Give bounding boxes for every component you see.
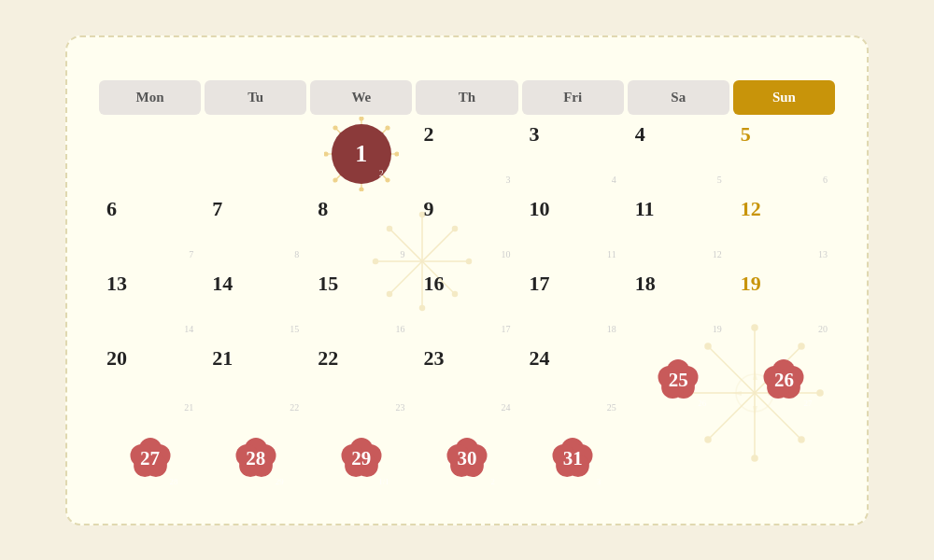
day-number: 29 <box>351 446 371 469</box>
svg-point-50 <box>386 126 389 130</box>
day-sub: 5 <box>717 175 722 185</box>
calendar-grid: MonTuWeThFriSaSun 1223344556677889910101… <box>97 78 837 497</box>
day-26-plum: 2627 <box>731 341 837 419</box>
day-number: 24 <box>530 348 550 369</box>
header-sa: Sa <box>628 80 729 115</box>
day-sub: 15 <box>290 324 299 334</box>
header-sun: Sun <box>733 80 835 115</box>
day-25-plum: 2526 <box>626 341 731 419</box>
day-number: 23 <box>423 348 444 369</box>
day-22: 2223 <box>308 341 414 419</box>
header-tu: Tu <box>205 80 306 115</box>
plum-flower: 2526 <box>646 348 710 412</box>
svg-point-48 <box>386 178 389 182</box>
plum-flower: 2627 <box>752 348 815 412</box>
day-number: 25 <box>669 368 688 391</box>
day-23: 2324 <box>414 341 519 419</box>
day-4: 45 <box>626 117 731 191</box>
svg-point-46 <box>333 126 337 130</box>
day-sub: 16 <box>395 324 404 334</box>
day-13: 1314 <box>97 266 203 341</box>
day-28-plum: 2829 <box>203 419 308 497</box>
day-number: 11 <box>635 199 655 219</box>
day-1-newyear: 12 <box>308 117 414 191</box>
day-8: 89 <box>308 191 414 266</box>
day-number: 19 <box>741 273 761 294</box>
day-12: 1213 <box>731 191 837 266</box>
plum-flower: 302 <box>435 427 499 490</box>
day-number: 20 <box>106 348 127 369</box>
day-number: 3 <box>530 124 540 145</box>
day-21: 2122 <box>203 341 308 419</box>
day-sub: 23 <box>395 402 404 413</box>
day-number: 15 <box>318 273 338 294</box>
svg-point-42 <box>324 152 328 156</box>
day-6: 67 <box>97 191 203 266</box>
day-sub: 17 <box>502 324 511 334</box>
day-sub: 29 <box>276 477 284 486</box>
header-th: Th <box>416 80 517 115</box>
day-16: 1617 <box>414 266 519 341</box>
day-17: 1718 <box>520 266 626 341</box>
plum-flower: 2728 <box>119 427 182 490</box>
calendar-container: MonTuWeThFriSaSun 1223344556677889910101… <box>65 35 869 525</box>
day-sub: 4 <box>612 175 616 185</box>
day-sub: 1/1 <box>378 477 389 486</box>
svg-point-44 <box>395 152 399 156</box>
day-sub: 24 <box>502 402 511 413</box>
svg-point-38 <box>360 117 363 120</box>
day-number: 13 <box>106 273 127 294</box>
day-sub: 27 <box>803 399 812 408</box>
day-sub: 22 <box>290 402 299 413</box>
empty-cell <box>97 117 203 191</box>
day-27-plum: 2728 <box>97 419 203 497</box>
day-number: 10 <box>530 199 550 219</box>
header-we: We <box>310 80 412 115</box>
day-sub: 10 <box>502 249 511 259</box>
day-31-plum: 313 <box>520 419 626 497</box>
day-sub: 11 <box>607 249 616 259</box>
day-number: 18 <box>635 273 656 294</box>
day-sub: 2 <box>379 168 384 178</box>
day-19: 1920 <box>731 266 837 341</box>
day-29-plum: 291/1 <box>308 419 414 497</box>
day-9: 910 <box>414 191 519 266</box>
day-sub: 3 <box>597 477 601 486</box>
empty-cell <box>626 419 731 497</box>
day-number: 21 <box>212 348 233 369</box>
day-14: 1415 <box>203 266 308 341</box>
empty-cell <box>203 117 308 191</box>
day-10: 1011 <box>520 191 626 266</box>
day-number: 17 <box>530 273 550 294</box>
day-number: 5 <box>741 124 751 145</box>
day-sub: 3 <box>506 175 511 185</box>
day-sub: 6 <box>823 175 828 185</box>
plum-flower: 313 <box>541 427 604 490</box>
day-sub: 14 <box>184 324 193 334</box>
day-sub: 8 <box>294 249 299 259</box>
day-number: 7 <box>212 199 222 219</box>
day-number: 8 <box>318 199 328 219</box>
day-number: 28 <box>246 446 265 469</box>
day-sub: 12 <box>713 249 722 259</box>
day-24: 2425 <box>520 341 626 419</box>
day-5: 56 <box>731 117 837 191</box>
day-11: 1112 <box>626 191 731 266</box>
day-7: 78 <box>203 191 308 266</box>
day-sub: 9 <box>400 249 404 259</box>
day-15: 1516 <box>308 266 414 341</box>
day-sub: 18 <box>607 324 616 334</box>
day-sub: 28 <box>170 477 178 486</box>
day-number: 22 <box>318 348 338 369</box>
header-fri: Fri <box>522 80 624 115</box>
day-number: 1 <box>355 140 367 168</box>
day-number: 4 <box>635 124 645 145</box>
day-sub: 2 <box>490 477 495 486</box>
day-2: 23 <box>414 117 519 191</box>
plum-flower: 2829 <box>224 427 288 490</box>
svg-point-52 <box>333 178 337 182</box>
day-number: 2 <box>423 124 433 145</box>
day-number: 30 <box>457 446 476 469</box>
plum-flower: 291/1 <box>330 427 393 490</box>
day-sub: 21 <box>184 402 193 413</box>
